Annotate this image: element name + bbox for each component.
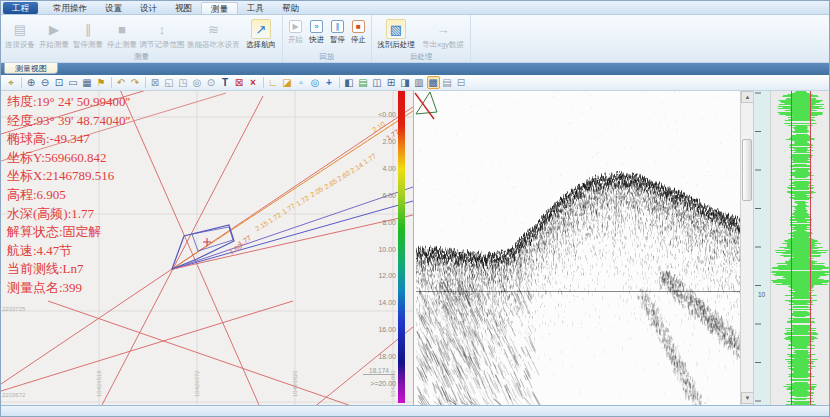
ribbon-button-label: 停止 bbox=[351, 35, 366, 45]
list-view-icon[interactable]: ▤ bbox=[441, 76, 454, 89]
ribbon-button-0-4[interactable]: ↕调节记录范围 bbox=[139, 17, 185, 50]
grid-view-icon[interactable]: ▦ bbox=[81, 76, 94, 89]
zoom-out-icon[interactable]: ⊖ bbox=[39, 76, 52, 89]
ribbon-button-label: 连接设备 bbox=[5, 40, 35, 50]
echogram-canvas[interactable] bbox=[416, 91, 740, 405]
depth-scale-tick: 18.00 bbox=[354, 353, 396, 360]
stop-icon: ■ bbox=[352, 20, 365, 33]
menu-item-5[interactable]: 测量 bbox=[201, 2, 238, 14]
depth-scale-tick: >=20.00 bbox=[354, 380, 396, 387]
angle-measure-icon[interactable]: ∟ bbox=[267, 76, 280, 89]
layer-icon[interactable]: ▫ bbox=[295, 76, 308, 89]
menu-item-4[interactable]: 视图 bbox=[166, 2, 201, 14]
ribbon-button-label: 暂停测量 bbox=[73, 40, 103, 50]
status-bar bbox=[1, 405, 830, 417]
ribbon-button-2-0[interactable]: ▧浅剖后处理 bbox=[374, 17, 418, 50]
redo-icon[interactable]: ↷ bbox=[129, 76, 142, 89]
grid-coordinate-labels: 1042651810426672104268261042698022037252… bbox=[2, 306, 396, 398]
telemetry-readout: 纬度:19° 24' 50.99400'' 经度:93° 39' 48.7404… bbox=[7, 93, 130, 298]
ribbon-button-label: 调节记录范围 bbox=[140, 40, 185, 50]
panel-view-icon[interactable]: ▥ bbox=[413, 76, 426, 89]
center-target-icon[interactable]: ◎ bbox=[309, 76, 322, 89]
profile-view-icon[interactable]: ◧ bbox=[343, 76, 356, 89]
text-annotation-icon[interactable]: T bbox=[219, 76, 232, 89]
ribbon-button-label: 开始 bbox=[288, 35, 303, 45]
echogram-scrollbar[interactable]: ▲ ▼ bbox=[740, 91, 753, 405]
ribbon-button-0-2[interactable]: ∥暂停测量 bbox=[71, 17, 105, 50]
dock-right-view-icon[interactable]: ◨ bbox=[399, 76, 412, 89]
depth-ruler: 10 bbox=[753, 91, 770, 405]
export-xgy-icon: → bbox=[433, 19, 453, 39]
cursor-depth-value: 18.174 bbox=[363, 367, 395, 375]
menu-item-7[interactable]: 帮助 bbox=[273, 2, 308, 14]
point-select-icon[interactable]: ⊙ bbox=[205, 76, 218, 89]
depth-scale-tick: 6.00 bbox=[354, 192, 396, 199]
sbp-postprocess-icon: ▧ bbox=[386, 19, 406, 39]
ribbon-button-label: 停止测量 bbox=[107, 40, 137, 50]
color-map-view-icon[interactable]: ▤ bbox=[357, 76, 370, 89]
zoom-in-icon[interactable]: ⊕ bbox=[25, 76, 38, 89]
menu-item-0[interactable]: 工程 bbox=[3, 2, 38, 14]
menu-item-1[interactable]: 常用操作 bbox=[44, 2, 96, 14]
menu-item-3[interactable]: 设计 bbox=[131, 2, 166, 14]
ribbon-button-label: 开始测量 bbox=[39, 40, 69, 50]
zoom-window-icon[interactable]: ⊡ bbox=[53, 76, 66, 89]
pause-icon: ∥ bbox=[331, 20, 344, 33]
pan-icon[interactable]: ◱ bbox=[163, 76, 176, 89]
map-view[interactable]: 1042651810426672104268261042698022037252… bbox=[1, 91, 414, 405]
ribbon-button-1-0[interactable]: ▶开始 bbox=[285, 17, 306, 45]
transducer-draft-icon: ≋ bbox=[204, 19, 224, 39]
ribbon-group-title: 后处理 bbox=[372, 52, 470, 62]
toolbar-separator bbox=[111, 77, 112, 88]
ribbon-button-1-2[interactable]: ∥暂停 bbox=[327, 17, 348, 45]
ribbon-button-1-3[interactable]: ■停止 bbox=[348, 17, 369, 45]
ribbon-button-label: 导出xgy数据 bbox=[422, 40, 464, 50]
ribbon-button-1-1[interactable]: »快进 bbox=[306, 17, 327, 45]
depth-scale-tick: 14.00 bbox=[354, 299, 396, 306]
ribbon-button-label: 换能器吃水设置 bbox=[187, 40, 240, 50]
undo-icon[interactable]: ↶ bbox=[115, 76, 128, 89]
ribbon-group-0: ▤连接设备▶开始测量∥暂停测量■停止测量↕调节记录范围≋换能器吃水设置↗选择航向… bbox=[1, 15, 283, 62]
delete-icon[interactable]: × bbox=[247, 76, 260, 89]
scrollbar-thumb[interactable] bbox=[742, 139, 752, 201]
ribbon-button-0-6[interactable]: ↗选择航向 bbox=[242, 17, 280, 50]
split-view-icon[interactable]: ◫ bbox=[371, 76, 384, 89]
ribbon-button-0-1[interactable]: ▶开始测量 bbox=[37, 17, 71, 50]
record-range-icon: ↕ bbox=[152, 19, 172, 39]
ribbon-button-0-0[interactable]: ▤连接设备 bbox=[3, 17, 37, 50]
select-box-icon[interactable]: ⊠ bbox=[149, 76, 162, 89]
settings-view-icon[interactable]: ⊟ bbox=[455, 76, 468, 89]
ribbon: ▤连接设备▶开始测量∥暂停测量■停止测量↕调节记录范围≋换能器吃水设置↗选择航向… bbox=[1, 15, 830, 63]
svg-text:10426672: 10426672 bbox=[194, 370, 200, 397]
delete-area-icon[interactable]: ⊠ bbox=[233, 76, 246, 89]
circle-select-icon[interactable]: ◎ bbox=[191, 76, 204, 89]
depth-scale-tick: 16.00 bbox=[354, 326, 396, 333]
svg-text:2203672: 2203672 bbox=[2, 392, 26, 398]
ribbon-group-title: 测量 bbox=[1, 52, 282, 62]
svg-text:2203725: 2203725 bbox=[2, 306, 26, 312]
tab-survey-view[interactable]: 测量视图 bbox=[4, 63, 58, 74]
open-folder-icon[interactable]: ◪ bbox=[281, 76, 294, 89]
ribbon-button-0-5[interactable]: ≋换能器吃水设置 bbox=[185, 17, 242, 50]
pin-icon[interactable]: ⌖ bbox=[5, 76, 18, 89]
connect-device-icon: ▤ bbox=[10, 19, 30, 39]
ribbon-button-0-3[interactable]: ■停止测量 bbox=[105, 17, 139, 50]
menu-item-6[interactable]: 工具 bbox=[238, 2, 273, 14]
svg-text:10426826: 10426826 bbox=[292, 370, 298, 397]
ribbon-group-2: ▧浅剖后处理→导出xgy数据后处理 bbox=[372, 15, 471, 62]
window-view-icon[interactable]: ⊞ bbox=[385, 76, 398, 89]
amplitude-waveform bbox=[771, 91, 830, 405]
view-tab-strip: 测量视图 bbox=[1, 63, 830, 75]
play-icon: ▶ bbox=[289, 20, 302, 33]
fast-forward-icon: » bbox=[310, 20, 323, 33]
zoom-extent-icon[interactable]: ▭ bbox=[67, 76, 80, 89]
ribbon-button-2-1[interactable]: →导出xgy数据 bbox=[418, 17, 468, 50]
flag-icon[interactable]: ⚑ bbox=[95, 76, 108, 89]
add-point-icon[interactable]: + bbox=[323, 76, 336, 89]
planned-line bbox=[173, 201, 413, 269]
menu-bar: 工程常用操作设置设计视图测量工具帮助 bbox=[1, 1, 830, 15]
rotate-view-icon[interactable]: ◳ bbox=[177, 76, 190, 89]
echogram-view-icon[interactable]: ▩ bbox=[427, 76, 440, 89]
menu-item-2[interactable]: 设置 bbox=[96, 2, 131, 14]
svg-text:10426518: 10426518 bbox=[96, 370, 102, 397]
